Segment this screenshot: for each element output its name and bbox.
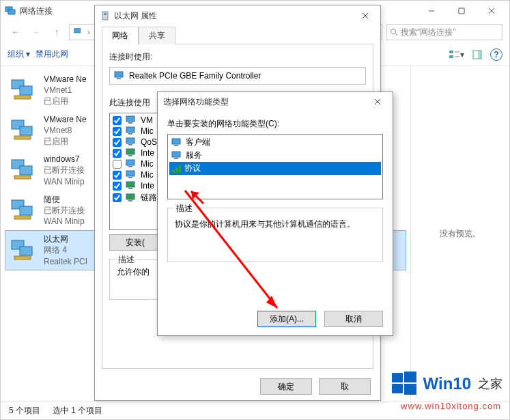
client-icon: [126, 170, 137, 180]
back-button[interactable]: ←: [8, 24, 24, 40]
svg-rect-46: [126, 171, 134, 176]
svg-rect-35: [117, 78, 121, 79]
description-group: 描述 协议是你的计算机用来与其他计算机通信的语言。: [167, 208, 383, 262]
dialog-title: 选择网络功能类型: [163, 96, 229, 108]
no-preview-label: 没有预览。: [440, 228, 481, 240]
svg-rect-1: [8, 10, 15, 14]
item-label: Mic: [141, 126, 154, 136]
explorer-title: 网络连接: [20, 5, 53, 17]
properties-tabs: 网络 共享: [95, 26, 380, 44]
svg-rect-59: [175, 167, 178, 173]
svg-rect-38: [126, 127, 134, 132]
feature-type-row[interactable]: 服务: [169, 149, 381, 162]
item-checkbox[interactable]: [113, 116, 122, 125]
protocol-icon: [126, 148, 137, 158]
connection-text: VMware NeVMnet1已启用: [44, 74, 87, 107]
svg-rect-58: [172, 169, 175, 173]
svg-rect-29: [14, 256, 31, 260]
svg-rect-16: [20, 86, 32, 95]
svg-rect-39: [128, 133, 132, 135]
item-checkbox[interactable]: [113, 182, 122, 191]
item-checkbox[interactable]: [113, 171, 122, 180]
help-button[interactable]: ?: [490, 48, 502, 61]
connection-icon: [10, 197, 38, 223]
type-label: 协议: [184, 163, 201, 174]
connection-icon: [10, 77, 38, 103]
adapter-field: Realtek PCIe GBE Family Controller: [109, 67, 366, 85]
svg-rect-9: [449, 51, 453, 53]
svg-rect-30: [102, 12, 108, 20]
forward-button[interactable]: →: [28, 24, 44, 40]
dialog-titlebar[interactable]: 选择网络功能类型: [158, 92, 393, 111]
cancel-button[interactable]: 取: [319, 378, 371, 395]
protocol-icon: [126, 181, 137, 191]
svg-rect-31: [104, 13, 107, 15]
minimize-button[interactable]: [416, 1, 447, 20]
cancel-button[interactable]: 取消: [324, 311, 383, 327]
svg-rect-25: [20, 206, 32, 215]
network-icon: [5, 5, 16, 16]
item-label: QoS: [141, 137, 157, 147]
type-label: 客户端: [186, 137, 210, 148]
item-checkbox[interactable]: [113, 138, 122, 147]
client-icon: [171, 151, 182, 160]
description-legend: 描述: [115, 254, 137, 266]
svg-rect-45: [128, 166, 132, 167]
item-checkbox[interactable]: [113, 160, 122, 169]
item-checkbox[interactable]: [113, 149, 122, 158]
install-button[interactable]: 安装(: [109, 234, 161, 251]
disable-device-button[interactable]: 禁用此网: [36, 48, 68, 60]
svg-rect-37: [128, 122, 132, 124]
item-label: Inte: [141, 181, 154, 191]
adapter-icon: [100, 11, 110, 20]
status-bar: 5 个项目 选中 1 个项目: [1, 402, 509, 419]
protocol-icon: [126, 193, 137, 203]
search-input[interactable]: 搜索"网络连接": [386, 24, 502, 40]
svg-rect-28: [20, 247, 32, 255]
svg-rect-50: [126, 194, 134, 199]
up-button[interactable]: ↑: [48, 24, 65, 40]
svg-rect-56: [172, 152, 180, 157]
svg-rect-40: [126, 138, 134, 143]
tab-network[interactable]: 网络: [102, 27, 139, 44]
svg-rect-49: [128, 188, 132, 189]
svg-rect-36: [126, 116, 134, 122]
item-checkbox[interactable]: [113, 193, 122, 202]
properties-titlebar[interactable]: 以太网 属性: [95, 5, 380, 26]
svg-rect-17: [14, 96, 31, 99]
svg-rect-48: [126, 182, 134, 187]
svg-rect-23: [14, 176, 31, 179]
svg-rect-57: [174, 158, 178, 159]
search-icon: [390, 28, 398, 36]
svg-rect-34: [115, 72, 123, 77]
svg-rect-6: [74, 29, 81, 33]
close-button[interactable]: [356, 8, 375, 23]
tab-sharing[interactable]: 共享: [139, 27, 175, 44]
svg-rect-42: [126, 149, 134, 154]
feature-type-list[interactable]: 客户端服务协议: [167, 134, 383, 199]
connection-text: VMware NeVMnet8已启用: [44, 114, 87, 148]
item-count: 5 个项目: [9, 405, 40, 417]
feature-type-row[interactable]: 协议: [169, 162, 381, 175]
search-placeholder: 搜索"网络连接": [401, 27, 456, 38]
svg-rect-54: [172, 139, 180, 144]
svg-rect-51: [128, 200, 132, 201]
view-options-button[interactable]: ▾: [449, 47, 464, 62]
organize-menu[interactable]: 组织 ▾: [8, 48, 30, 60]
item-checkbox[interactable]: [113, 127, 122, 136]
maximize-button[interactable]: [447, 1, 477, 20]
svg-rect-41: [128, 144, 132, 145]
svg-rect-43: [128, 155, 132, 156]
add-button[interactable]: 添加(A)...: [257, 311, 316, 327]
svg-line-8: [395, 33, 397, 36]
item-label: Mic: [141, 170, 154, 180]
feature-type-row[interactable]: 客户端: [169, 136, 381, 149]
preview-pane-button[interactable]: [470, 47, 485, 62]
svg-rect-19: [20, 126, 32, 135]
close-button[interactable]: [368, 94, 387, 109]
ok-button[interactable]: 确定: [260, 378, 312, 395]
preview-pane: 没有预览。: [410, 66, 509, 402]
svg-rect-60: [179, 165, 181, 173]
chevron-down-icon: ▾: [460, 50, 464, 59]
close-button[interactable]: [477, 1, 507, 20]
